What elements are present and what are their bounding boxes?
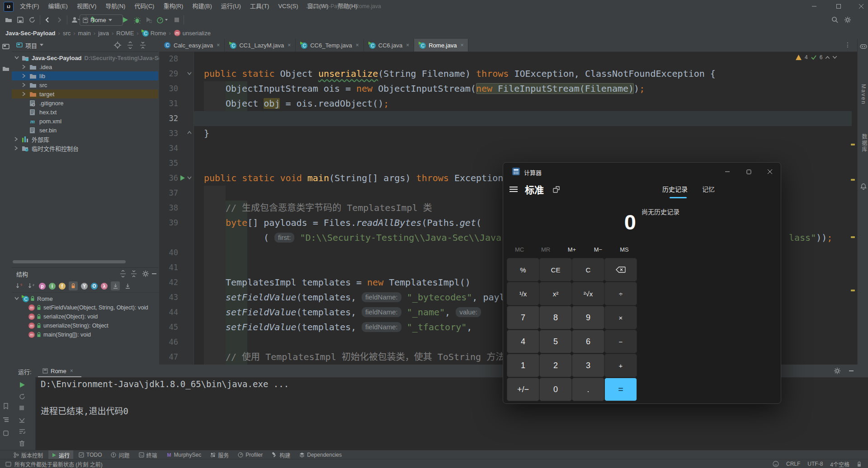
calc-key-⌫[interactable] [604, 258, 637, 281]
menubar-item[interactable]: 构建(B) [188, 0, 216, 13]
chevron-right-icon[interactable] [14, 146, 18, 150]
error-stripe-warning-mark[interactable] [851, 290, 855, 291]
fold-marker-icon[interactable] [187, 176, 192, 180]
calc-key-²√x[interactable]: ²√x [572, 282, 604, 305]
visibility-badge-i[interactable]: i [49, 283, 56, 290]
calc-key-C[interactable]: C [572, 258, 604, 281]
calc-key-¹/x[interactable]: ¹/x [507, 282, 539, 305]
calc-key-.[interactable]: . [572, 378, 604, 401]
structure-method-row[interactable]: mmain(String[]): void [12, 330, 158, 339]
tab-close-icon[interactable]: × [356, 42, 359, 48]
run-tab-close-icon[interactable]: × [70, 368, 73, 374]
calc-key-2[interactable]: 2 [539, 354, 572, 377]
structure-hide-icon[interactable] [152, 273, 156, 275]
project-tree-item-src[interactable]: src [12, 80, 158, 89]
calc-tab-历史记录[interactable]: 历史记录 [662, 184, 688, 193]
calc-tab-记忆[interactable]: 记忆 [702, 184, 715, 193]
menubar-item[interactable]: 视图(V) [72, 0, 101, 13]
project-tree-item-ser.bin[interactable]: ser.bin [12, 126, 158, 135]
calc-key-8[interactable]: 8 [539, 306, 572, 329]
calculator-close-button[interactable] [760, 163, 780, 181]
sort-sortA-icon[interactable]: 9 [14, 281, 24, 290]
calculator-minimize-button[interactable] [717, 163, 738, 181]
project-tree-item-Java-Sec-Payload[interactable]: Java-Sec-PayloadD:\Security-Testing\Java… [12, 53, 158, 62]
bottom-tab-Dependencies[interactable]: Dependencies [296, 450, 345, 459]
calc-key-−[interactable]: − [604, 330, 637, 353]
chevron-right-icon[interactable] [22, 83, 26, 87]
chevron-right-icon[interactable] [22, 74, 26, 78]
keep-on-top-icon[interactable] [553, 186, 560, 193]
show-locked-members-icon[interactable] [69, 281, 78, 290]
readonly-lock-icon[interactable] [857, 461, 862, 467]
menubar-item[interactable]: 重构(R) [159, 0, 188, 13]
project-tree-item-lib[interactable]: lib [12, 71, 158, 80]
calc-key-+[interactable]: + [604, 354, 637, 377]
tab-close-icon[interactable]: × [217, 42, 220, 48]
error-stripe-warning-mark[interactable] [851, 144, 855, 145]
bell-toolwindow-icon[interactable] [859, 183, 868, 190]
fold-marker-icon[interactable] [187, 131, 192, 134]
bottom-tab-构建[interactable]: 构建 [268, 450, 294, 459]
structure-method-row[interactable]: mserialize(Object): void [12, 312, 158, 321]
chevron-right-icon[interactable] [14, 137, 18, 141]
error-stripe-warning-mark[interactable] [851, 236, 855, 238]
search-everywhere-icon[interactable] [831, 16, 839, 24]
project-tree-item-外部库[interactable]: 外部库 [12, 135, 158, 144]
memory-key-M−[interactable]: M− [585, 246, 611, 253]
window-close-button[interactable] [854, 0, 868, 13]
run-panel-settings-gear-icon[interactable] [834, 367, 841, 374]
chevron-down-icon[interactable] [14, 56, 19, 60]
project-horizontal-scrollbar[interactable] [13, 260, 126, 263]
breadcrumb-item[interactable]: src [63, 30, 71, 37]
chevron-down-icon[interactable] [14, 297, 19, 300]
menubar-item[interactable]: 运行(U) [217, 0, 245, 13]
structure-method-row[interactable]: munserialize(String): Object [12, 321, 158, 330]
menubar-item[interactable]: 编辑(E) [44, 0, 72, 13]
memory-key-MC[interactable]: MC [507, 246, 532, 253]
calc-key-+/−[interactable]: +/− [507, 378, 539, 401]
project-tree-item-hex.txt[interactable]: hex.txt [12, 108, 158, 117]
run-line-icon[interactable] [180, 175, 185, 181]
toolwindow-label-Maven[interactable]: Maven [860, 84, 867, 105]
structure-filter-icon[interactable] [111, 281, 120, 290]
back-icon[interactable] [43, 16, 52, 24]
bottom-tab-运行[interactable]: 运行 [48, 450, 73, 459]
breadcrumb-item[interactable]: munserialize [174, 29, 211, 37]
breadcrumb-item[interactable]: CRome [142, 29, 166, 37]
scroll-to-end-icon[interactable] [19, 417, 25, 423]
tab-close-icon[interactable]: × [406, 42, 409, 48]
profiler-button[interactable] [156, 16, 169, 24]
project-tree-item-.gitignore[interactable]: .gitignore [12, 98, 158, 108]
breadcrumb-item[interactable]: java [98, 30, 109, 37]
visibility-badge-λ[interactable]: λ [101, 283, 108, 290]
calculator-menu-icon[interactable] [509, 186, 518, 192]
structure-method-row[interactable]: msetFieldValue(Object, String, Object): … [12, 303, 158, 312]
calc-key-1[interactable]: 1 [507, 354, 539, 377]
status-line-ending[interactable]: CRLF [786, 461, 800, 467]
inspections-widget[interactable]: 4 6 [796, 54, 837, 61]
locate-file-icon[interactable] [114, 42, 121, 49]
structure-filter-icon[interactable] [123, 281, 132, 290]
memory-key-M+[interactable]: M+ [559, 246, 585, 253]
run-button[interactable] [121, 16, 129, 24]
commit-toolwindow-icon[interactable] [2, 65, 10, 72]
structure-collapse-icon[interactable] [130, 270, 137, 277]
forward-icon[interactable] [55, 16, 63, 24]
memory-key-MS[interactable]: MS [612, 246, 637, 253]
run-settings-icon[interactable] [19, 393, 25, 400]
github-icon[interactable] [773, 461, 779, 467]
fold-marker-icon[interactable] [187, 72, 192, 75]
project-tree-item-.idea[interactable]: .idea [12, 62, 158, 71]
calc-key-=[interactable]: = [604, 378, 637, 401]
project-toolwindow-icon[interactable] [2, 43, 10, 51]
sync-icon[interactable] [28, 16, 36, 24]
bottom-tab-服务[interactable]: 服务 [207, 450, 232, 459]
favorites-toolwindow-icon[interactable] [2, 430, 10, 436]
calc-key-5[interactable]: 5 [539, 330, 572, 353]
chevron-right-icon[interactable] [22, 92, 26, 96]
debug-button[interactable] [133, 16, 141, 24]
run-configuration-select[interactable]: Rome [80, 14, 123, 26]
calc-key-x²[interactable]: x² [539, 282, 572, 305]
project-tree-item-临时文件和控制台[interactable]: 临时文件和控制台 [12, 144, 158, 153]
editor-tab-Calc_easy.java[interactable]: CCalc_easy.java× [159, 39, 225, 51]
